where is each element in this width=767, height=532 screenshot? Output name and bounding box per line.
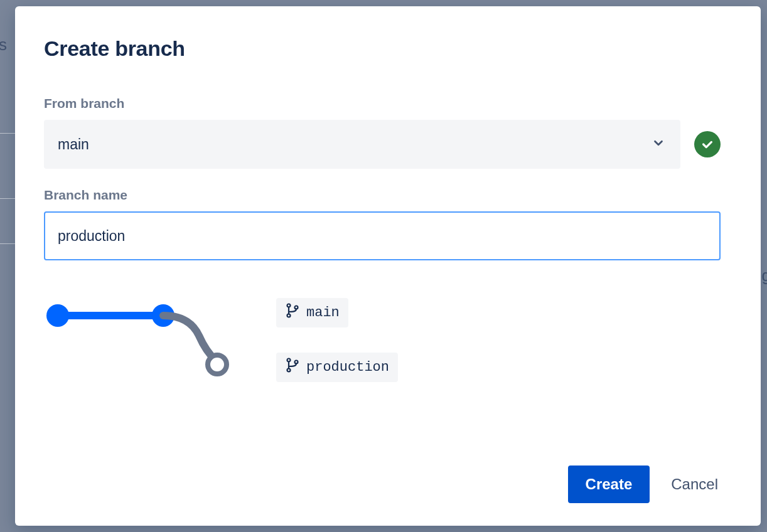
branch-icon (285, 303, 300, 322)
background-text: s (0, 35, 7, 55)
from-branch-label: From branch (44, 96, 721, 111)
branch-graph-icon (44, 298, 232, 386)
background-divider (0, 243, 15, 244)
modal-title: Create branch (44, 36, 721, 61)
source-branch-name: main (306, 305, 340, 321)
from-branch-value: main (58, 136, 89, 153)
from-branch-select[interactable]: main (44, 120, 680, 169)
svg-point-3 (208, 355, 227, 374)
background-divider (0, 133, 15, 134)
branch-name-input[interactable] (44, 211, 721, 260)
branch-labels: main production (276, 298, 398, 382)
background-text: g (762, 266, 767, 285)
source-branch-tag: main (276, 298, 348, 327)
create-button[interactable]: Create (568, 466, 650, 503)
branch-diagram: main production (44, 298, 721, 386)
target-branch-tag: production (276, 353, 398, 382)
cancel-button[interactable]: Cancel (668, 467, 721, 502)
chevron-down-icon (652, 136, 665, 152)
svg-point-1 (46, 304, 69, 327)
branch-name-field: Branch name (44, 188, 721, 260)
from-branch-field: From branch main (44, 96, 721, 169)
create-branch-modal: Create branch From branch main Branch na… (15, 6, 761, 526)
branch-icon (285, 358, 300, 377)
validation-success-icon (694, 131, 721, 157)
target-branch-name: production (306, 359, 389, 375)
background-divider (0, 198, 15, 199)
modal-footer: Create Cancel (44, 466, 721, 503)
branch-name-label: Branch name (44, 188, 721, 203)
